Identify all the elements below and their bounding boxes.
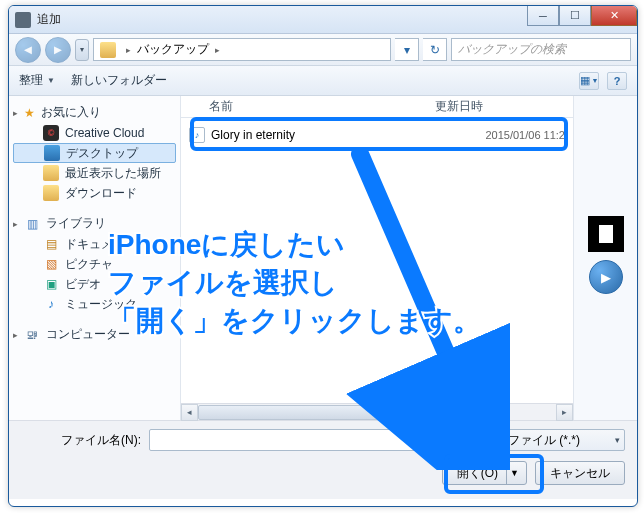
sidebar-item-downloads[interactable]: ダウンロード [9,183,180,203]
desktop-icon [44,145,60,161]
folder-icon [100,42,116,58]
folder-icon [43,185,59,201]
chevron-down-icon: ▼ [47,76,55,85]
search-placeholder: バックアップの検索 [458,41,566,58]
caret-icon: ▸ [13,330,18,340]
scroll-right-button[interactable]: ▸ [556,404,573,421]
videos-icon: ▣ [43,276,59,292]
sidebar-item-creative-cloud[interactable]: ©Creative Cloud [9,123,180,143]
sidebar-heading-computer[interactable]: ▸ 🖳 コンピューター [9,324,180,345]
chevron-down-icon: ▾ [615,435,620,445]
chevron-right-icon: ▸ [126,45,131,55]
chevron-right-icon: ▸ [215,45,220,55]
app-icon [15,12,31,28]
caret-icon: ▸ [13,108,18,118]
file-name: Glory in eternity [211,128,453,142]
breadcrumb[interactable]: ▸ バックアップ ▸ [93,38,391,61]
toolbar: 整理 ▼ 新しいフォルダー ▦▼ ? [9,66,637,96]
preview-pane: ▶ [573,96,637,420]
play-button[interactable]: ▶ [589,260,623,294]
sidebar-item-documents[interactable]: ▤ドキュメ [9,234,180,254]
refresh-button[interactable]: ↻ [423,38,447,61]
sidebar-item-pictures[interactable]: ▧ピクチャ [9,254,180,274]
column-header-date[interactable]: 更新日時 [435,98,555,115]
bottom-panel: ファイル名(N): ▾ べてのファイル (*.*) ▾ 開く(O) ▼ キャンセ… [9,420,637,499]
sidebar-item-desktop[interactable]: デスクトップ [13,143,176,163]
titlebar: 追加 ─ ☐ ✕ [9,6,637,34]
nav-bar: ◄ ► ▾ ▸ バックアップ ▸ ▾ ↻ バックアップの検索 [9,34,637,66]
filename-label: ファイル名(N): [21,432,141,449]
sidebar-heading-libraries[interactable]: ▸ ▥ ライブラリ [9,213,180,234]
file-type-filter[interactable]: べてのファイル (*.*) ▾ [465,429,625,451]
creative-cloud-icon: © [43,125,59,141]
maximize-button[interactable]: ☐ [559,6,591,26]
file-row[interactable]: ♪ Glory in eternity 2015/01/06 11:2 [181,124,573,146]
sidebar-item-videos[interactable]: ▣ビデオ [9,274,180,294]
view-options-button[interactable]: ▦▼ [579,72,599,90]
caret-icon: ▸ [13,219,18,229]
back-button[interactable]: ◄ [15,37,41,63]
help-button[interactable]: ? [607,72,627,90]
breadcrumb-dropdown[interactable]: ▾ [395,38,419,61]
scroll-thumb[interactable] [198,405,413,420]
filename-input[interactable]: ▾ [149,429,457,451]
search-input[interactable]: バックアップの検索 [451,38,631,61]
filename-dropdown-icon[interactable]: ▾ [438,432,454,448]
sidebar: ▸ ★ お気に入り ©Creative Cloud デスクトップ 最近表示した場… [9,96,181,420]
scroll-left-button[interactable]: ◂ [181,404,198,421]
sidebar-heading-favorites[interactable]: ▸ ★ お気に入り [9,102,180,123]
pictures-icon: ▧ [43,256,59,272]
cancel-button[interactable]: キャンセル [535,461,625,485]
music-icon: ♪ [43,296,59,312]
computer-icon: 🖳 [24,327,40,343]
sidebar-item-recent[interactable]: 最近表示した場所 [9,163,180,183]
preview-thumbnail [588,216,624,252]
breadcrumb-folder[interactable]: バックアップ [137,41,209,58]
music-file-icon: ♪ [189,127,205,143]
star-icon: ★ [24,106,35,120]
documents-icon: ▤ [43,236,59,252]
nav-history-dropdown[interactable]: ▾ [75,39,89,61]
close-button[interactable]: ✕ [591,6,637,26]
horizontal-scrollbar[interactable]: ◂ ▸ [181,403,573,420]
organize-menu[interactable]: 整理 ▼ [19,72,55,89]
file-list-header: 名前 更新日時 [181,96,573,118]
window-title: 追加 [37,11,61,28]
forward-button[interactable]: ► [45,37,71,63]
new-folder-button[interactable]: 新しいフォルダー [71,72,167,89]
minimize-button[interactable]: ─ [527,6,559,26]
folder-icon [43,165,59,181]
library-icon: ▥ [24,216,40,232]
dialog-window: 追加 ─ ☐ ✕ ◄ ► ▾ ▸ バックアップ ▸ ▾ ↻ バックアップの検索 … [8,5,638,507]
scroll-track[interactable] [198,404,556,421]
file-list: 名前 更新日時 ♪ Glory in eternity 2015/01/06 1… [181,96,573,420]
file-date: 2015/01/06 11:2 [453,129,565,141]
sidebar-item-music[interactable]: ♪ミュージック [9,294,180,314]
open-split-dropdown[interactable]: ▼ [506,462,522,484]
open-button[interactable]: 開く(O) ▼ [442,461,527,485]
column-header-name[interactable]: 名前 [181,98,435,115]
body-area: ▸ ★ お気に入り ©Creative Cloud デスクトップ 最近表示した場… [9,96,637,420]
